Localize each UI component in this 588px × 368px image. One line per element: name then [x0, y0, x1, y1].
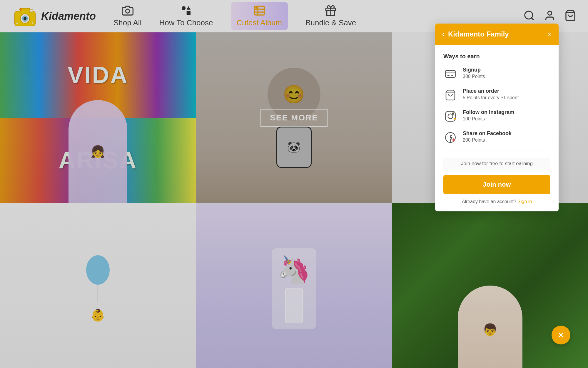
- instagram-icon: [443, 109, 457, 123]
- earn-item-instagram: Follow on Instagram 100 Points: [443, 109, 550, 123]
- svg-rect-21: [445, 70, 455, 77]
- panel-header-left: ‹ Kidamento Family: [442, 30, 509, 38]
- float-close-button[interactable]: [552, 326, 570, 344]
- order-icon: [443, 88, 457, 102]
- join-free-text: Join now for free to start earning: [443, 158, 550, 170]
- rewards-panel: ‹ Kidamento Family × Ways to earn Signup…: [435, 24, 559, 211]
- back-button[interactable]: ‹: [442, 30, 445, 38]
- signup-icon: [443, 67, 457, 81]
- panel-divider: [443, 152, 550, 152]
- panel-close-button[interactable]: ×: [547, 30, 552, 38]
- facebook-icon: [443, 130, 457, 145]
- svg-point-24: [448, 114, 453, 119]
- sign-in-link[interactable]: Sign in: [517, 199, 532, 204]
- panel-body: Ways to earn Signup 300 Points: [435, 45, 559, 211]
- earn-info-order: Place an order 5 Points for every $1 spe…: [463, 88, 550, 100]
- earn-info-instagram: Follow on Instagram 100 Points: [463, 109, 550, 122]
- svg-point-25: [452, 113, 454, 114]
- join-now-button[interactable]: Join now: [443, 175, 550, 194]
- panel-header: ‹ Kidamento Family ×: [435, 24, 559, 45]
- earn-item-facebook: Share on Facebook 200 Points: [443, 130, 550, 145]
- earn-item-order: Place an order 5 Points for every $1 spe…: [443, 88, 550, 102]
- already-have-account-text: Already have an account? Sign in: [443, 199, 550, 204]
- panel-title: Kidamento Family: [448, 30, 509, 38]
- ways-to-earn-title: Ways to earn: [443, 53, 550, 60]
- earn-info-facebook: Share on Facebook 200 Points: [463, 130, 550, 143]
- earn-info-signup: Signup 300 Points: [463, 67, 550, 79]
- earn-item-signup: Signup 300 Points: [443, 67, 550, 81]
